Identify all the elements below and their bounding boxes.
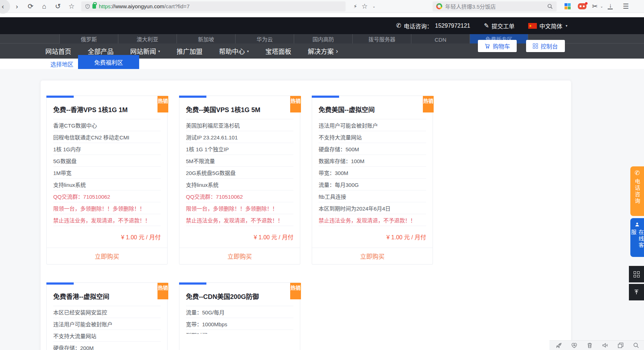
hot-sale-badge: 热销 [157, 96, 168, 112]
trash-icon[interactable] [586, 342, 593, 349]
card-feature-row: QQ交流群：710510062 [186, 190, 293, 202]
product-card: 热销 免费--CDN美国200G防御 流量：50G/每月宽带：1000Mbps到… [179, 282, 300, 350]
scissors-caret-icon[interactable]: ⌄ [600, 4, 603, 8]
extension-bolt-icon[interactable]: ⚡ [351, 0, 360, 13]
card-feature-row: 支持linux系统 [186, 179, 293, 190]
nav-item[interactable]: 网站首页 [45, 46, 71, 56]
product-title: 免费--CDN美国200G防御 [186, 283, 293, 306]
card-feature-row: 测试IP 23.224.61.101 [186, 131, 293, 143]
zoom-icon[interactable] [632, 342, 640, 349]
phone-label: 电话咨询： [404, 22, 433, 30]
product-price: ¥ 1.00 元 / 月付 [53, 226, 161, 248]
health-check-icon[interactable] [571, 342, 578, 349]
card-feature-row: 限领一台，多领删除！！多领删除！！ [53, 202, 161, 214]
float-online-service-button[interactable]: 在线客服 [630, 218, 644, 257]
search-box[interactable]: 年轻人挤爆3.5分饭店 [433, 1, 557, 11]
card-feature-row: ftb工具连接 [319, 190, 426, 202]
refresh-icon[interactable]: ⟳ [24, 0, 37, 13]
phone-number: 15297972121 [435, 23, 470, 29]
speaker-icon[interactable] [602, 342, 609, 349]
float-more-apps-button[interactable] [629, 266, 644, 282]
card-feature-row: 带宽：300M [319, 167, 426, 179]
buy-now-button[interactable]: 立即购买 [312, 248, 433, 264]
notification-dot [585, 2, 588, 5]
card-feature-row: 限领一台，多领删除！！多领删除！！ [186, 202, 293, 214]
category-tab[interactable]: 澳大利亚 [118, 34, 177, 43]
hot-sale-badge: 热销 [290, 283, 301, 299]
bookmark-star-icon[interactable]: ☆ [65, 0, 78, 13]
language-selector[interactable]: ★ 中文简体 ▾ [528, 22, 567, 30]
card-feature-row: 违法用户可能会被封账户 [53, 318, 161, 330]
category-tab[interactable]: 俄罗斯 [59, 34, 118, 43]
nav-item[interactable]: 宝塔面板 [265, 46, 291, 56]
card-feature-row: 流量：50G/每月 [186, 306, 293, 318]
language-caret-icon: ▾ [566, 24, 567, 28]
buy-now-button[interactable]: 立即购买 [179, 248, 300, 264]
nav-item[interactable]: 全部产品 [88, 46, 114, 56]
address-bar[interactable]: https://www.aiyongyun.com/cart?fid=7 [81, 1, 346, 11]
search-input[interactable]: 年轻人挤爆3.5分饭店 [445, 3, 547, 10]
chevron-down-icon: ▾ [247, 49, 249, 53]
tab-free-welfare[interactable]: 免费福利区 [78, 55, 139, 69]
rocket-icon[interactable] [555, 342, 562, 349]
card-feature-row: 违法用户可能会被封账户 [319, 119, 426, 131]
apps-grid-icon[interactable] [565, 3, 571, 9]
card-feature-row: 不支持大流量网站 [319, 131, 426, 143]
card-feature-row: 硬盘存储：500M [319, 143, 426, 155]
chevron-down-icon[interactable]: ⌄ [369, 0, 379, 13]
console-button[interactable]: 控制台 [526, 40, 565, 52]
submit-ticket-link[interactable]: ✎ 提交工单 [484, 22, 515, 30]
card-feature-row: 1核 1G 1个独立IP [186, 143, 293, 155]
float-phone-consult-button[interactable]: ✆ 电话咨询 [630, 166, 644, 216]
phone-icon: ✆ [396, 22, 401, 29]
category-tab[interactable]: 新加坡 [177, 34, 235, 43]
console-grid-icon [533, 43, 538, 49]
download-icon[interactable]: ↓ [607, 3, 614, 9]
product-card: 热销 免费美国--虚拟空间 违法用户可能会被封账户不支持大流量网站硬盘存储：50… [312, 96, 433, 264]
tab-select-region[interactable]: 选择地区 [50, 59, 73, 69]
card-feature-row: 5M不限流量 [186, 155, 293, 167]
cart-button[interactable]: 购物车 [478, 40, 517, 52]
customer-service-icon [634, 222, 640, 227]
category-tab[interactable]: 国内高防 [294, 34, 352, 43]
product-card: 热销 免费--美国VPS 1核1G 5M 美国加利福尼亚洛杉矶测试IP 23.2… [179, 96, 300, 264]
page-url: https://www.aiyongyun.com/cart?fid=7 [99, 3, 189, 9]
back-to-top-button[interactable] [629, 284, 644, 300]
buy-now-button[interactable]: 立即购买 [47, 248, 167, 264]
product-price: ¥ 1.00 元 / 月付 [319, 226, 426, 248]
nav-item[interactable]: 解决方案› [308, 46, 338, 56]
search-icon[interactable] [547, 3, 553, 9]
undo-icon[interactable]: ↺ [51, 0, 65, 13]
product-title: 免费美国--虚拟空间 [319, 96, 426, 119]
bookmark-strip [0, 13, 644, 17]
phone-contact: ✆ 电话咨询：15297972121 [396, 22, 470, 30]
nav-item[interactable]: 帮助中心▾ [219, 46, 249, 56]
games-icon[interactable] [578, 3, 586, 9]
product-title: 免费--香港VPS 1核1G 1M [53, 96, 161, 119]
card-feature-row: 本区到期时间为2024年6月4日 [319, 202, 426, 214]
back-icon: ‹ [2, 3, 4, 10]
forward-icon[interactable]: › [10, 0, 24, 13]
menu-icon[interactable]: ☰ [619, 0, 632, 13]
site-topbar: ✆ 电话咨询：15297972121 ✎ 提交工单 ★ 中文简体 ▾ [0, 17, 644, 34]
arrow-right-icon: › [336, 47, 338, 55]
category-tab[interactable]: 华为云 [235, 34, 294, 43]
browser-extensions: ✂ ⌄ ↓ ☰ [562, 0, 630, 13]
search-engine-logo-icon [436, 3, 442, 9]
windows-icon[interactable] [617, 342, 624, 349]
nav-item[interactable]: 网站新闻▾ [130, 46, 160, 56]
grid-icon [634, 271, 640, 277]
card-feature-row: 美国加利福尼亚洛杉矶 [186, 119, 293, 131]
home-icon[interactable]: ⌂ [37, 0, 51, 13]
favorite-star-icon[interactable]: ☆ [360, 0, 369, 13]
card-feature-row: 硬盘存储：200M [53, 342, 161, 350]
card-feature-row: QQ交流群：710510062 [53, 190, 161, 202]
card-feature-row: 1M带宽 [53, 167, 161, 179]
scissors-icon[interactable]: ✂ [591, 0, 599, 13]
card-feature-row: 20G系统盘5G数据盘 [186, 167, 293, 179]
category-tab[interactable]: CDN [411, 34, 470, 43]
back-button[interactable]: ‹ [0, 0, 10, 14]
nav-item[interactable]: 推广加盟 [177, 46, 202, 56]
category-tab[interactable]: 拨号服务器 [352, 34, 411, 43]
hot-sale-badge: 热销 [423, 96, 434, 112]
